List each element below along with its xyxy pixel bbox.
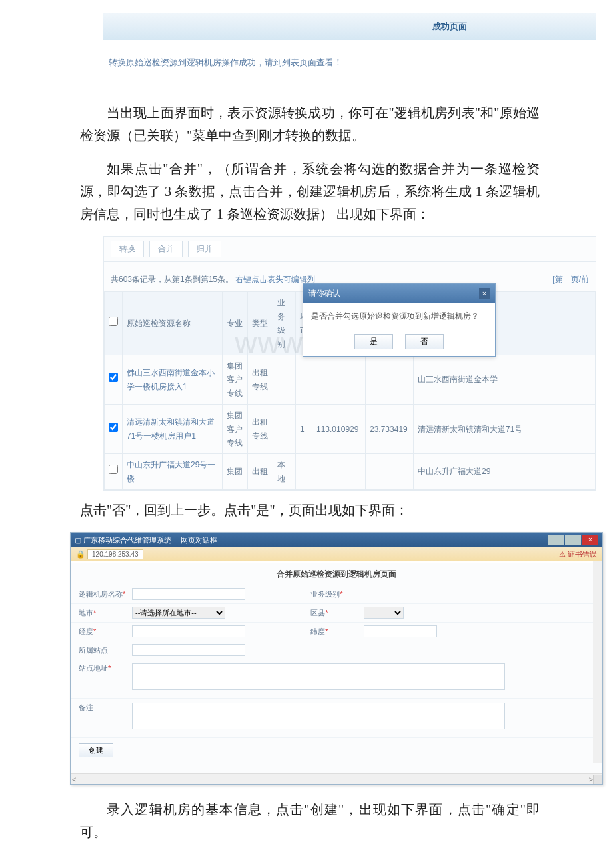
dialog-close-icon[interactable]: ×: [479, 288, 490, 299]
cell-type: 出租专线: [248, 405, 273, 454]
dialog-body: 是否合并勾选原始巡检资源项到新增逻辑机房？: [303, 303, 495, 329]
label-lat: 纬度*: [303, 623, 362, 641]
label-city: 地市*: [71, 604, 131, 622]
form-panel: 合并原始巡检资源到逻辑机房页面 逻辑机房名称* 业务级别* 地市* --请选择所…: [71, 561, 602, 773]
form-row-city-district: 地市* --请选择所在地市-- 区县*: [71, 604, 602, 623]
success-message-area: 转换原始巡检资源到逻辑机房操作成功，请到列表页面查看！: [103, 40, 596, 81]
dialog-no-button[interactable]: 否: [405, 334, 444, 349]
vertical-scrollbar[interactable]: [593, 561, 602, 763]
page-icon: ▢: [75, 536, 81, 544]
row-checkbox[interactable]: [109, 373, 118, 382]
submit-row: 创建: [71, 738, 602, 763]
window-title: 广东移动综合代维管理系统 -- 网页对话框: [83, 536, 217, 544]
table-row: 中山东升广福大道29号一楼集团出租本地中山东升广福大道29: [105, 454, 596, 490]
cell-type: 出租专线: [248, 355, 273, 404]
label-room-name: 逻辑机房名称*: [71, 585, 131, 603]
success-screenshot: 成功页面 转换原始巡检资源到逻辑机房操作成功，请到列表页面查看！: [103, 13, 596, 81]
cell-site: 山三水西南街道金本学: [414, 355, 596, 404]
row-checkbox[interactable]: [109, 423, 118, 432]
success-title: 成功页面: [432, 19, 467, 34]
label-site: 所属站点: [71, 641, 131, 659]
merge-button[interactable]: 合并: [149, 241, 183, 257]
cell-lat: 23.733419: [366, 405, 414, 454]
form-title: 合并原始巡检资源到逻辑机房页面: [71, 563, 602, 585]
label-district: 区县*: [303, 604, 362, 622]
col-type: 类型: [248, 292, 273, 355]
form-row-addr: 站点地址*: [71, 659, 602, 699]
lat-input[interactable]: [364, 625, 437, 637]
dialog-title: 请你确认: [308, 287, 340, 300]
col-pro: 专业: [223, 292, 248, 355]
toolbar: 转换 合并 归并: [104, 237, 596, 262]
cert-error[interactable]: ⚠ 证书错误: [559, 548, 597, 561]
form-dialog-screenshot: ▢ 广东移动综合代维管理系统 -- 网页对话框 × 🔒 120.198.253.…: [70, 532, 603, 785]
lock-icon: 🔒: [76, 550, 85, 558]
paragraph-1: 当出现上面界面时，表示资源转换成功，你可在"逻辑机房列表"和"原始巡检资源（已关…: [80, 101, 540, 147]
window-titlebar: ▢ 广东移动综合代维管理系统 -- 网页对话框 ×: [71, 533, 602, 547]
dialog-buttons: 是 否: [303, 330, 495, 356]
record-count: 共603条记录，从第1条到第15条。: [111, 275, 233, 284]
col-level: 业务 级别: [273, 292, 296, 355]
paragraph-2: 如果点击"合并"，（所谓合并，系统会将勾选的数据合并为一条巡检资源，即勾选了 3…: [80, 157, 540, 225]
horizontal-scrollbar[interactable]: [71, 773, 602, 784]
paragraph-3: 点击"否"，回到上一步。点击"是"，页面出现如下界面：: [80, 499, 540, 521]
lon-input[interactable]: [132, 625, 245, 637]
cell-level: [273, 355, 296, 404]
cell-name: 清远清新太和镇清和大道71号一楼机房用户1: [123, 405, 223, 454]
label-lon: 经度*: [71, 623, 131, 641]
success-title-bar: 成功页面: [103, 13, 596, 40]
form-row-name-level: 逻辑机房名称* 业务级别*: [71, 585, 602, 604]
cell-name: 佛山三水西南街道金本小学一楼机房接入1: [123, 355, 223, 404]
window-controls: ×: [548, 535, 598, 545]
unmerge-button[interactable]: 归并: [188, 241, 221, 257]
cell-pro: 集团客户专线: [223, 405, 248, 454]
cell-lon: 113.010929: [312, 405, 366, 454]
cell-level: 本地: [273, 454, 296, 490]
cell-city: 1: [296, 405, 312, 454]
cell-city: [296, 355, 312, 404]
form-row-lon-lat: 经度* 纬度*: [71, 623, 602, 641]
paragraph-4: 录入逻辑机房的基本信息，点击"创建"，出现如下界面，点击"确定"即可。: [80, 798, 540, 843]
label-biz-level: 业务级别*: [303, 585, 362, 603]
table-row: 清远清新太和镇清和大道71号一楼机房用户1集团客户专线出租专线1113.0109…: [105, 405, 596, 454]
ip-address: 120.198.253.43: [87, 549, 143, 559]
cell-pro: 集团客户专线: [223, 355, 248, 404]
convert-button[interactable]: 转换: [111, 241, 144, 257]
row-checkbox[interactable]: [109, 465, 118, 474]
cell-city: [296, 454, 312, 490]
cell-lon: [312, 454, 366, 490]
cell-name: 中山东升广福大道29号一楼: [123, 454, 223, 490]
city-select[interactable]: --请选择所在地市--: [132, 607, 225, 619]
close-icon[interactable]: ×: [582, 535, 598, 545]
header-hint: 右键点击表头可编辑列: [235, 275, 315, 284]
maximize-icon[interactable]: [565, 535, 581, 545]
form-row-remark: 备注: [71, 699, 602, 738]
district-select[interactable]: [364, 607, 404, 619]
label-addr: 站点地址*: [71, 659, 131, 677]
cell-type: 出租: [248, 454, 273, 490]
select-all-checkbox[interactable]: [109, 317, 118, 326]
cell-lon: [312, 355, 366, 404]
dialog-yes-button[interactable]: 是: [354, 334, 393, 349]
warning-icon: ⚠: [559, 550, 566, 558]
cell-level: [273, 405, 296, 454]
success-message: 转换原始巡检资源到逻辑机房操作成功，请到列表页面查看！: [109, 57, 342, 67]
remark-textarea[interactable]: [132, 703, 505, 729]
cell-lat: [366, 355, 414, 404]
minimize-icon[interactable]: [548, 535, 564, 545]
cell-site: 清远清新太和镇清和大道71号: [414, 405, 596, 454]
col-name: 原始巡检资源名称: [123, 292, 223, 355]
cell-site: 中山东升广福大道29: [414, 454, 596, 490]
form-row-site: 所属站点: [71, 641, 602, 660]
cell-lat: [366, 454, 414, 490]
room-name-input[interactable]: [132, 588, 245, 600]
create-button[interactable]: 创建: [79, 743, 113, 757]
addr-textarea[interactable]: [132, 663, 505, 690]
label-remark: 备注: [71, 699, 131, 717]
table-row: 佛山三水西南街道金本小学一楼机房接入1集团客户专线出租专线山三水西南街道金本学: [105, 355, 596, 404]
merge-table-screenshot: 转换 合并 归并 共603条记录，从第1条到第15条。 右键点击表头可编辑列 […: [103, 236, 596, 491]
site-input[interactable]: [132, 644, 245, 656]
dialog-titlebar: 请你确认 ×: [303, 284, 495, 303]
pager-text[interactable]: [第一页/前: [552, 273, 589, 286]
cert-error-text: 证书错误: [568, 550, 597, 558]
